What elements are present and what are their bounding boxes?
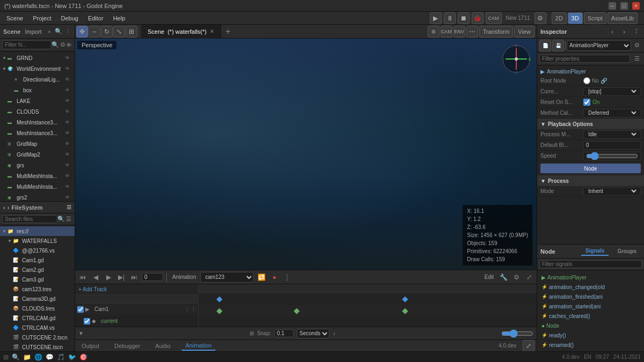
scale-tool-btn[interactable]: ⤡ [113,26,125,38]
settings-btn[interactable]: ⚙ [535,12,546,24]
fs-item[interactable]: 📦cam123.tres [0,284,75,294]
tree-item[interactable]: ▼🌍WorldEnvironment👁 [0,63,75,74]
chevron-left-icon[interactable]: ‹ [3,204,5,211]
current-select[interactable]: [stop] [586,88,638,95]
visibility-icon[interactable]: 👁 [65,173,72,179]
transform-label[interactable]: Transform [479,26,514,38]
animation-select[interactable]: cam123 [200,272,254,283]
play-btn[interactable]: ▶ [430,12,442,24]
fs-layout-icon[interactable]: ☰ [65,215,72,224]
fs-item[interactable]: 🎬CUTSCENE 2.tscn [0,333,75,342]
tree-item[interactable]: ▬CLOUDS👁 [0,106,75,117]
prop-root-value[interactable]: No 🔗 [583,77,607,84]
fs-item[interactable]: 📝Cam3.gd [0,275,75,284]
close-btn[interactable]: ✕ [632,2,640,10]
root-link-icon[interactable]: 🔗 [601,78,607,84]
visibility-icon[interactable]: 👁 [65,130,72,136]
visibility-icon[interactable]: 👁 [65,120,72,125]
seconds-select[interactable]: Seconds [297,329,330,338]
visibility-icon[interactable]: 👁 [65,195,72,200]
anim-more-btn[interactable]: ⋮ [282,272,292,283]
tree-item[interactable]: ⊞GridMap2👁 [0,149,75,160]
console-tab-animation[interactable]: Animation [181,341,216,351]
menu-help[interactable]: Help [109,14,130,23]
scene-filter-input[interactable] [2,40,52,49]
camera-perspective-btn[interactable]: CAM [441,26,452,38]
anim-record-btn[interactable]: ● [269,272,280,283]
mode-3d[interactable]: 3D [568,12,583,24]
root-no-radio[interactable] [583,77,590,84]
tl-time-input[interactable] [142,273,163,281]
scene-search-btn[interactable]: 🔍 [55,27,62,36]
signal-renamed[interactable]: ⚡ renamed() [539,340,642,350]
tree-item[interactable]: ▼▬GRND👁 [0,53,75,63]
scene-eye-icon[interactable]: 👁 [66,40,72,50]
menu-debug[interactable]: Debug [56,14,82,23]
console-tab-audio[interactable]: Audio [151,342,174,350]
mode-assetlib[interactable]: AssetLib [608,12,638,24]
reset-checkbox[interactable] [583,99,590,106]
viewport-options-btn[interactable]: ⋯ [466,26,478,38]
node-filter-input[interactable] [539,260,642,268]
view-label[interactable]: View [514,26,535,38]
mode-select[interactable]: Inherit [586,188,638,195]
prop-current-value[interactable]: [stop] [583,87,641,96]
scene-more-btn[interactable]: ⋮ [64,27,71,36]
fs-item[interactable]: 📝CTRLCAM.gd [0,313,75,323]
mode-2d[interactable]: 2D [552,12,567,24]
pause-btn[interactable]: ⏸ [444,12,456,24]
scene-add-btn[interactable]: + [46,27,53,36]
tree-item[interactable]: ▬MeshInstance3...👁 [0,117,75,128]
signal-caches-cleared[interactable]: ⚡ caches_cleared() [539,311,642,321]
scene-settings-icon[interactable]: ⚙ [59,40,65,50]
prop-mode-value[interactable]: Inherit [583,187,641,196]
tree-item[interactable]: ◉grs2👁 [0,192,75,201]
fs-item[interactable]: ▼📁res:// [0,226,75,236]
fs-search-icon[interactable]: 🔍 [57,215,65,224]
stop-btn[interactable]: ⏹ [458,12,470,24]
visibility-icon[interactable]: 👁 [65,162,72,168]
tree-item[interactable]: ▬MultiMeshInsta...👁 [0,181,75,192]
tab-groups[interactable]: Groups [613,247,641,255]
visibility-icon[interactable]: 👁 [65,98,72,104]
track-cam1-options[interactable]: ⋮ [185,307,189,312]
process-section-header[interactable]: ▼ Process [537,175,644,186]
inspector-node-select[interactable]: AnimationPlayer [567,40,631,51]
import-label[interactable]: Import [25,28,41,35]
signal-animation-started[interactable]: ⚡ animation_started(ani [539,301,642,311]
fs-item[interactable]: 🔷@@21766.vs [0,246,75,255]
timeline-zoom-slider[interactable] [501,328,533,339]
keyframe-cam1-2[interactable] [402,296,408,302]
visibility-icon[interactable]: 👁 [65,87,72,93]
speed-slider[interactable] [586,152,638,160]
console-expand-btn[interactable]: ⤢ [523,340,535,352]
filter-icon[interactable]: 🔍 [52,40,59,50]
environment-btn[interactable]: ENV [453,26,465,38]
tl-prev-btn[interactable]: ◀ [90,272,101,283]
viewport[interactable]: Perspective Y X Z X: 16. [75,39,537,270]
tree-item[interactable]: ☀DirectionalLig...👁 [0,74,75,85]
fs-item[interactable]: 📦CLOUDS.tres [0,304,75,313]
inspector-settings-btn[interactable]: ⚙ [632,41,642,50]
prop-reset-value[interactable]: On [583,99,599,106]
maximize-btn[interactable]: □ [620,2,628,10]
method-select[interactable]: Deferred [586,109,638,116]
menu-scene[interactable]: Scene [2,14,27,23]
console-tab-output[interactable]: Output [77,342,104,350]
tab-waterfalls[interactable]: Scene (*) waterfalls(*) ✕ [141,25,221,39]
tl-goto-end-btn[interactable]: ⏭ [129,272,140,283]
perspective-label[interactable]: Perspective [77,41,116,49]
visibility-icon[interactable]: 👁 [65,152,72,157]
visibility-icon[interactable]: 👁 [65,77,72,82]
inspector-history-prev[interactable]: ‹ [608,27,617,36]
node-tab-btn[interactable]: Node [540,164,641,173]
fs-item[interactable]: 🎬CUTSCENE.tscn [0,342,75,351]
fs-search-input[interactable] [2,215,57,223]
inspector-history-next[interactable]: › [619,27,629,36]
inspector-more-btn[interactable]: ⋮ [631,27,641,36]
anim-expand-btn[interactable]: ⤢ [524,272,535,283]
track-cam1-more[interactable]: ⋮ [191,307,196,312]
track-cam1-current-check[interactable] [84,318,90,324]
tree-item[interactable]: ▬MultiMeshInsta...👁 [0,171,75,181]
select-tool-btn[interactable]: ✥ [76,26,88,38]
